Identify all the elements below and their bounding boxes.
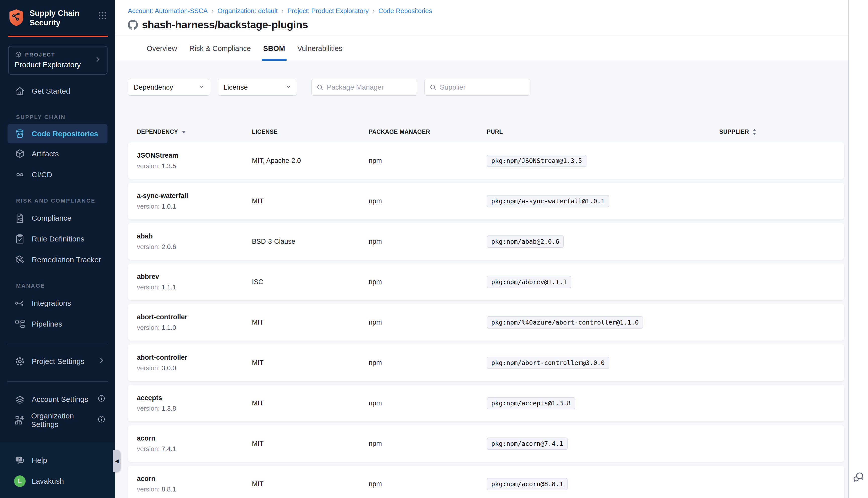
sidebar: Supply Chain Security PROJECT Product Ex… [0,0,115,498]
sidebar-divider [7,381,108,382]
app-switcher-grid-icon[interactable] [98,11,107,22]
package-manager-cell: npm [369,238,487,246]
project-cube-icon [15,51,22,58]
sidebar-item-label: Organization Settings [31,412,91,429]
app-window: Supply Chain Security PROJECT Product Ex… [0,0,868,498]
sidebar-item-cicd[interactable]: CI/CD [0,164,115,185]
sidebar-item-remediation-tracker[interactable]: Remediation Tracker [0,249,115,270]
project-selector[interactable]: PROJECT Product Exploratory [8,46,107,75]
package-manager-search-input[interactable] [327,83,413,91]
sidebar-item-label: Help [31,456,47,464]
sidebar-item-project-settings[interactable]: Project Settings [0,351,115,372]
breadcrumb-code-repositories-link[interactable]: Code Repositories [378,7,432,15]
dependency-version: version: 2.0.6 [137,243,252,251]
table-row[interactable]: acorn version: 8.8.1 MIT npm pkg:npm/aco… [128,466,844,498]
filter-bar: Dependency License [128,79,848,96]
sidebar-item-label: Artifacts [31,149,59,158]
package-manager-cell: npm [369,157,487,165]
page-title: shash-harness/backstage-plugins [142,19,308,31]
dependency-name: acorn [137,434,252,442]
sidebar-item-integrations[interactable]: Integrations [0,293,115,314]
breadcrumb-separator: › [282,7,284,15]
purl-chip: pkg:npm/acorn@8.8.1 [487,478,568,490]
feedback-chat-icon[interactable] [852,470,865,485]
github-icon [128,20,138,30]
license-cell: MIT [252,359,369,367]
license-cell: BSD-3-Clause [252,238,369,246]
column-header-package-manager: PACKAGE MANAGER [369,129,487,135]
column-header-dependency[interactable]: DEPENDENCY [137,129,252,135]
table-row[interactable]: abort-controller version: 3.0.0 MIT npm … [128,344,844,381]
user-menu[interactable]: L Lavakush [0,471,115,492]
tab-sbom[interactable]: SBOM [263,36,286,61]
sidebar-item-label: Project Settings [31,357,85,366]
breadcrumb-account-link[interactable]: Account: Automation-SSCA [128,7,208,15]
dependency-filter-dropdown[interactable]: Dependency [128,79,210,96]
license-cell: MIT [252,318,369,326]
breadcrumb-organization-link[interactable]: Organization: default [218,7,278,15]
code-repo-icon [14,128,26,140]
dependency-name: abort-controller [137,313,252,321]
section-heading-risk-and-compliance: RISK AND COMPLIANCE [16,198,115,204]
sidebar-item-label: Code Repositories [31,130,98,138]
tab-bar: Overview Risk & Compliance SBOM Vulnerab… [115,36,848,61]
table-row[interactable]: acorn version: 7.4.1 MIT npm pkg:npm/aco… [128,425,844,462]
license-filter-dropdown[interactable]: License [218,79,297,96]
pipelines-icon [14,318,26,330]
sidebar-item-artifacts[interactable]: Artifacts [0,143,115,164]
package-manager-search [311,79,417,96]
column-header-purl: PURL [487,129,719,135]
sidebar-item-pipelines[interactable]: Pipelines [0,314,115,335]
dependency-name: abab [137,233,252,240]
sidebar-item-get-started[interactable]: Get Started [0,81,115,101]
dependency-version: version: 7.4.1 [137,445,252,453]
sidebar-item-help[interactable]: ? Help [0,450,115,471]
column-header-supplier[interactable]: SUPPLIER [719,129,844,135]
dependency-name: abbrev [137,273,252,280]
package-manager-cell: npm [369,359,487,367]
supplier-search-input[interactable] [440,83,526,91]
info-icon[interactable] [98,394,105,404]
table-row[interactable]: abab version: 2.0.6 BSD-3-Clause npm pkg… [128,223,844,260]
package-manager-cell: npm [369,197,487,205]
section-heading-manage: MANAGE [16,283,115,289]
sidebar-header: Supply Chain Security [0,0,115,34]
tab-vulnerabilities[interactable]: Vulnerabilities [297,36,343,61]
sidebar-item-account-settings[interactable]: Account Settings [0,389,115,410]
breadcrumb-project-link[interactable]: Project: Product Exploratory [287,7,369,15]
sidebar-divider [7,344,108,344]
breadcrumb-separator: › [211,7,214,15]
project-label: PROJECT [25,52,55,58]
sidebar-collapse-handle[interactable]: ◀ [113,450,120,472]
infinity-icon [14,169,26,181]
svg-text:?: ? [17,457,20,461]
layers-gear-icon [14,394,26,405]
tab-risk-compliance[interactable]: Risk & Compliance [189,36,251,61]
dependency-version: version: 1.1.0 [137,324,252,331]
section-heading-supply-chain: SUPPLY CHAIN [16,114,115,120]
dependency-version: version: 1.1.1 [137,284,252,291]
table-row[interactable]: abbrev version: 1.1.1 ISC npm pkg:npm/ab… [128,264,844,300]
document-search-icon [14,212,26,224]
table-row[interactable]: a-sync-waterfall version: 1.0.1 MIT npm … [128,183,844,219]
chevron-down-icon [198,83,205,92]
dependency-version: version: 1.0.1 [137,202,252,210]
sidebar-item-code-repositories[interactable]: Code Repositories [8,124,107,143]
table-row[interactable]: abort-controller version: 1.1.0 MIT npm … [128,304,844,341]
dependency-version: version: 1.3.5 [137,162,252,170]
sbom-content: Dependency License [115,61,848,498]
artifact-cube-icon [14,148,26,160]
module-accent-divider [8,36,108,37]
sidebar-item-rule-definitions[interactable]: Rule Definitions [0,228,115,249]
main-area: Account: Automation-SSCA › Organization:… [115,0,848,498]
info-icon[interactable] [98,415,105,425]
sidebar-item-compliance[interactable]: Compliance [0,208,115,228]
table-row[interactable]: JSONStream version: 1.3.5 MIT, Apache-2.… [128,142,844,179]
purl-chip: pkg:npm/abab@2.0.6 [487,235,564,248]
sort-descending-icon [182,131,186,133]
search-icon [429,83,437,91]
app-title: Supply Chain Security [30,9,87,28]
sidebar-item-organization-settings[interactable]: Organization Settings [0,410,115,431]
tab-overview[interactable]: Overview [146,36,178,61]
table-row[interactable]: accepts version: 1.3.8 MIT npm pkg:npm/a… [128,385,844,421]
